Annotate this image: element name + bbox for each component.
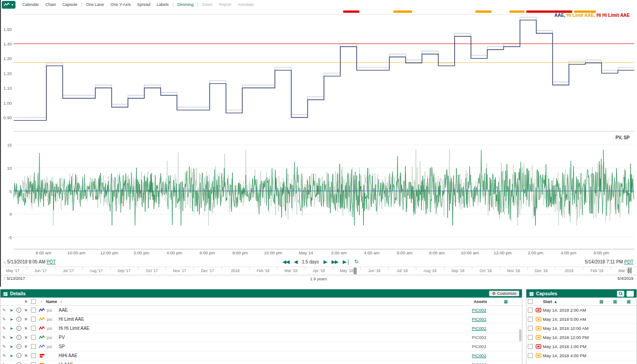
column-grid-icon[interactable]: ▦ [599,299,613,304]
assets-column-header[interactable]: Assets [474,299,504,304]
toolbar-item-one-y-axis[interactable]: One Y-Axis [107,2,134,7]
table-row[interactable]: ✎➤i✕psiHi Hi Limit AAEPIC002 [0,324,522,333]
asset-link[interactable]: PIC002 [472,326,522,331]
info-icon[interactable]: i [15,353,22,358]
info-icon[interactable]: i [15,317,22,322]
timezone-link[interactable]: PDT [624,259,633,264]
add-column-icon[interactable]: ▦ [504,299,522,304]
table-row[interactable]: ✎➤i✕HiHi AAEPIC002 [0,351,522,360]
asset-link[interactable]: PIC002 [472,308,522,313]
row-checkbox[interactable] [526,326,534,331]
select-all-checkbox[interactable] [526,299,534,304]
edit-icon[interactable]: ✎ [0,354,8,358]
trend-chart-top[interactable] [14,9,634,131]
asset-link[interactable]: PIC002 [472,353,522,358]
timeline-track[interactable]: May '17Jun '17Jul '17Aug '17Sep '17Oct '… [0,267,637,275]
row-checkbox[interactable] [30,326,37,331]
remove-icon[interactable]: ✕ [22,344,30,349]
step-forward-button[interactable]: ▶ [324,259,327,265]
navigate-icon[interactable]: ➤ [8,363,15,364]
remove-icon[interactable]: ✕ [22,354,30,358]
asset-link[interactable]: PIC002 [472,317,522,322]
row-checkbox[interactable] [30,353,37,358]
info-icon[interactable]: i [15,362,22,364]
row-checkbox[interactable] [30,344,37,349]
navigate-icon[interactable]: ➤ [8,317,15,322]
table-row[interactable]: ✎➤i✕Hi AAEPIC002 [0,360,522,364]
select-all-checkbox[interactable] [30,299,37,304]
navigate-icon[interactable]: ➤ [8,335,15,340]
trend-lane-bottom[interactable]: 151050-5 PV, SP [14,131,634,249]
trend-lane-top[interactable]: 1.501.401.301.201.101.000.90 AAE, Hi Lim… [14,9,634,131]
table-row[interactable]: ✎➤i✕psiSPPIC002 [0,342,522,351]
edit-icon[interactable]: ✎ [0,326,8,331]
toolbar-item-spread[interactable]: Spread [134,2,153,7]
capsule-row[interactable]: May 14, 2018 1:00 PM [526,342,637,351]
go-to-end-button[interactable]: ▶❘ [343,259,350,265]
step-back-fast-button[interactable]: ◀◀ [283,259,289,265]
toolbar-item-dimming[interactable]: Dimming [174,2,197,7]
navigate-icon[interactable]: ➤ [8,354,15,358]
toolbar-item-chain[interactable]: Chain [42,2,60,7]
remove-icon[interactable]: ✕ [22,317,30,322]
table-row[interactable]: ✎➤i✕psiPVPIC002 [0,333,522,342]
info-icon[interactable]: i [15,326,22,331]
info-icon[interactable]: i [15,335,22,340]
range-duration-label[interactable]: 1.5 days [302,259,319,264]
timezone-link[interactable]: PDT [47,259,56,264]
row-checkbox[interactable] [30,308,37,313]
row-checkbox[interactable] [526,308,534,313]
column-grid-icon[interactable]: ▦ [627,299,637,304]
toolbar-item-calendar[interactable]: Calendar [19,2,42,7]
step-back-button[interactable]: ◀ [294,259,297,265]
remove-icon[interactable]: ✕ [22,335,30,340]
row-checkbox[interactable] [30,317,37,322]
edit-icon[interactable]: ✎ [0,335,8,340]
info-icon[interactable]: i [15,308,22,313]
capsule-row[interactable]: May 14, 2018 4:00 PM [526,351,637,360]
capsule-row[interactable]: May 14, 2018 10:00 AM [526,324,637,333]
capsule-row[interactable]: May 14, 2018 2:00 AM [526,306,637,315]
edit-icon[interactable]: ✎ [0,363,8,364]
row-checkbox[interactable] [526,335,534,340]
sort-icon[interactable]: ↕ [57,299,66,304]
info-icon[interactable]: i [15,344,22,349]
toolbar-item-labels[interactable]: Labels [153,2,172,7]
customize-button[interactable]: ⚙Customize [489,291,519,296]
navigate-icon[interactable]: ➤ [8,344,15,349]
row-checkbox[interactable] [526,317,534,322]
timeline-handle[interactable] [354,268,357,274]
asset-link[interactable]: PIC002 [472,362,522,364]
navigate-icon[interactable]: ➤ [8,326,15,331]
capsules-options-button[interactable] [627,291,634,297]
remove-icon[interactable]: ✕ [22,308,30,313]
row-checkbox[interactable] [30,362,37,364]
remove-icon[interactable]: ✕ [22,326,30,331]
overview-timeline[interactable]: May '17Jun '17Jul '17Aug '17Sep '17Oct '… [0,267,637,288]
trend-view-button[interactable]: ▼ [2,1,15,9]
row-checkbox[interactable] [526,353,534,358]
row-checkbox[interactable] [526,344,534,349]
table-row[interactable]: ✎➤i✕psiHi Limit AAEPIC002 [0,315,522,324]
sort-icon[interactable]: ↕ [37,299,46,304]
refresh-icon[interactable]: ↻ [354,259,358,265]
toolbar-item-capsule[interactable]: Capsule [59,2,81,7]
capsule-row[interactable]: May 14, 2018 5:00 AM [526,315,637,324]
sort-asc-icon[interactable]: ▲ [554,299,558,304]
details-scrollbar[interactable] [519,329,521,341]
step-forward-fast-button[interactable]: ▶▶ [331,259,338,265]
navigate-icon[interactable]: ➤ [8,308,15,313]
trend-chart-bottom[interactable] [14,131,634,249]
column-grid-icon[interactable]: ▦ [613,299,627,304]
toolbar-item-one-lane[interactable]: One Lane [83,2,107,7]
timeline-end-handle[interactable] [628,268,632,273]
search-button[interactable] [617,291,624,297]
remove-icon[interactable]: ✕ [22,363,30,364]
edit-icon[interactable]: ✎ [0,344,8,349]
start-column-header[interactable]: Start [543,299,552,304]
edit-icon[interactable]: ✎ [0,317,8,322]
row-checkbox[interactable] [30,335,37,340]
table-row[interactable]: ✎➤i✕psiAAEPIC002 [0,306,522,315]
capsule-row[interactable]: May 14, 2018 12:00 PM [526,333,637,342]
name-column-header[interactable]: Name [46,299,57,304]
